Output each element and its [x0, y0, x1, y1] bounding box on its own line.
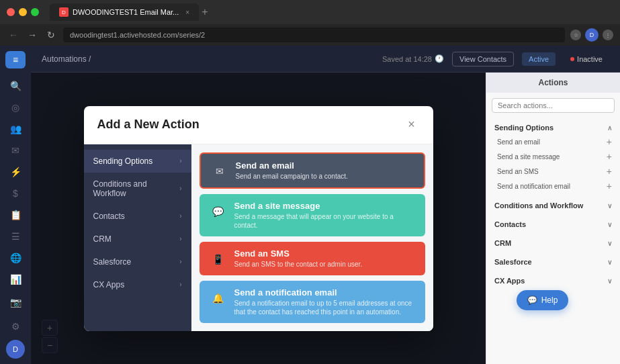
sms-icon: 📱: [209, 250, 228, 269]
sidebar-icon-deals[interactable]: $: [5, 184, 26, 203]
sidebar-icon-analytics[interactable]: 📊: [5, 270, 26, 289]
right-panel-section-sending-header[interactable]: Sending Options ∧: [486, 121, 620, 134]
address-input[interactable]: dwoodingtest1.activehosted.com/series/2: [63, 28, 565, 42]
modal-title: Add a New Action: [97, 118, 200, 132]
search-actions-input[interactable]: [492, 98, 615, 113]
action-card-sms[interactable]: 📱 Send an SMS Send an SMS to the contact…: [200, 242, 425, 275]
modal-nav-contacts-label: Contacts: [93, 212, 125, 221]
modal-nav-salesforce-label: Salesforce: [93, 257, 132, 267]
address-bar-row: ← → ↻ dwoodingtest1.activehosted.com/ser…: [0, 24, 620, 46]
sms-desc: Send an SMS to the contact or admin user…: [234, 260, 416, 269]
close-window-button[interactable]: [7, 8, 15, 16]
chevron-up-icon: ∧: [607, 124, 612, 132]
star-icon[interactable]: ☆: [570, 30, 581, 40]
chevron-right-icon-4: ›: [179, 235, 181, 242]
modal-nav-cxapps[interactable]: CX Apps ›: [84, 273, 191, 296]
chevron-right-icon-6: ›: [179, 281, 181, 288]
chevron-right-icon-2: ›: [179, 185, 181, 192]
tab-close-button[interactable]: ×: [185, 9, 189, 16]
modal-nav-contacts[interactable]: Contacts ›: [84, 205, 191, 228]
saved-text: Saved at 14:28: [382, 55, 432, 63]
minimize-window-button[interactable]: [19, 8, 27, 16]
right-panel-item-send-email[interactable]: Send an email +: [486, 134, 620, 149]
modal-nav-conditions[interactable]: Conditions and Workflow ›: [84, 173, 191, 205]
modal-overlay[interactable]: Add a New Action × Sending Options ›: [31, 73, 486, 364]
breadcrumb: Automations /: [42, 54, 91, 64]
right-panel-section-cxapps-header[interactable]: CX Apps ∨: [486, 274, 620, 287]
modal-nav-cxapps-label: CX Apps: [93, 280, 125, 289]
browser-profile[interactable]: D: [585, 28, 599, 42]
modal-dialog: Add a New Action × Sending Options ›: [84, 106, 433, 331]
send-email-desc: Send an email campaign to a contact.: [236, 172, 414, 181]
chevron-down-icon-salesforce: ∨: [607, 259, 612, 266]
active-tab[interactable]: D DWOODINGTEST1 Email Mar... ×: [50, 3, 199, 21]
action-card-site-message[interactable]: 💬 Send a site message Send a message tha…: [200, 194, 425, 236]
chevron-down-icon-conditions: ∨: [607, 202, 612, 210]
chevron-right-icon-5: ›: [179, 258, 181, 265]
right-panel-search: [486, 93, 620, 118]
right-panel-section-contacts-header[interactable]: Contacts ∨: [486, 218, 620, 231]
new-tab-button[interactable]: +: [202, 6, 208, 18]
status-inactive[interactable]: Inactive: [564, 52, 609, 66]
help-label: Help: [541, 295, 558, 305]
saved-info: Saved at 14:28 🕐: [382, 54, 444, 63]
sidebar-icon-apps[interactable]: 📷: [5, 291, 26, 313]
sidebar-logo[interactable]: ≡: [5, 51, 26, 69]
right-panel-section-conditions-header[interactable]: Conditions and Workflow ∨: [486, 199, 620, 212]
canvas-area: + − Add a New Action ×: [31, 73, 486, 364]
action-card-send-email[interactable]: ✉ Send an email Send an email campaign t…: [200, 152, 425, 189]
sms-title: Send an SMS: [234, 248, 416, 259]
browser-actions: ☆ D ⋮: [570, 28, 613, 42]
clock-icon: 🕐: [435, 54, 444, 63]
modal-action-list: ✉ Send an email Send an email campaign t…: [191, 144, 433, 331]
sidebar-icon-contacts[interactable]: 👥: [5, 120, 26, 138]
view-contacts-button[interactable]: View Contacts: [452, 52, 514, 66]
sidebar-icon-email[interactable]: ✉: [5, 141, 26, 160]
sidebar: ≡ 🔍 ◎ 👥 ✉ ⚡ $ 📋 ☰ 🌐 📊 📷 ⚙ D: [0, 46, 31, 364]
chevron-right-icon-3: ›: [179, 212, 181, 220]
notification-title: Send a notification email: [234, 287, 416, 298]
content-row: + − Add a New Action ×: [31, 73, 620, 364]
right-panel-section-crm: CRM ∨: [486, 234, 620, 253]
right-panel-item-site-message[interactable]: Send a site message +: [486, 149, 620, 164]
help-button[interactable]: 💬 Help: [517, 290, 569, 310]
refresh-button[interactable]: ↻: [44, 30, 58, 40]
right-panel-section-salesforce: Salesforce ∨: [486, 253, 620, 271]
modal-nav-crm[interactable]: CRM ›: [84, 228, 191, 251]
right-panel-header: Actions: [486, 73, 620, 93]
app-layout: ≡ 🔍 ◎ 👥 ✉ ⚡ $ 📋 ☰ 🌐 📊 📷 ⚙ D Automations …: [0, 46, 620, 364]
sidebar-icon-list[interactable]: ☰: [5, 227, 26, 246]
modal-nav-crm-label: CRM: [93, 234, 112, 244]
action-card-notification[interactable]: 🔔 Send a notification email Send a notif…: [200, 281, 425, 323]
modal-close-button[interactable]: ×: [404, 117, 420, 133]
sidebar-icon-search[interactable]: 🔍: [5, 77, 26, 95]
chevron-down-icon-cxapps: ∨: [607, 277, 612, 285]
back-button[interactable]: ←: [7, 30, 20, 40]
sidebar-icon-web[interactable]: 🌐: [5, 248, 26, 267]
right-panel-section-conditions: Conditions and Workflow ∨: [486, 196, 620, 215]
right-panel-item-notification[interactable]: Send a notification email +: [486, 179, 620, 193]
modal-nav-sending-options[interactable]: Sending Options ›: [84, 150, 191, 173]
forward-button[interactable]: →: [26, 30, 39, 40]
sidebar-avatar[interactable]: D: [6, 340, 25, 359]
notification-icon: 🔔: [209, 289, 228, 308]
sidebar-icon-settings[interactable]: ⚙: [5, 316, 26, 337]
sidebar-icon-location[interactable]: ◎: [5, 98, 26, 117]
modal-nav-salesforce[interactable]: Salesforce ›: [84, 251, 191, 273]
right-panel-item-sms[interactable]: Send an SMS +: [486, 164, 620, 179]
right-panel-section-sending: Sending Options ∧ Send an email + Send a…: [486, 118, 620, 196]
tab-title: DWOODINGTEST1 Email Mar...: [73, 8, 179, 16]
fullscreen-window-button[interactable]: [31, 8, 39, 16]
site-message-title: Send a site message: [234, 201, 416, 211]
sidebar-icon-reports[interactable]: 📋: [5, 206, 26, 224]
right-panel-section-salesforce-header[interactable]: Salesforce ∨: [486, 255, 620, 269]
topbar: Automations / Saved at 14:28 🕐 View Cont…: [31, 46, 620, 73]
sidebar-icon-automation[interactable]: ⚡: [5, 163, 26, 181]
right-panel-section-crm-header[interactable]: CRM ∨: [486, 236, 620, 250]
send-email-icon: ✉: [210, 162, 229, 181]
extensions-icon[interactable]: ⋮: [603, 30, 613, 40]
add-notification-icon: +: [607, 181, 612, 191]
add-site-message-icon: +: [607, 151, 612, 162]
tab-bar: D DWOODINGTEST1 Email Mar... × +: [50, 3, 613, 21]
status-active[interactable]: Active: [522, 52, 556, 66]
